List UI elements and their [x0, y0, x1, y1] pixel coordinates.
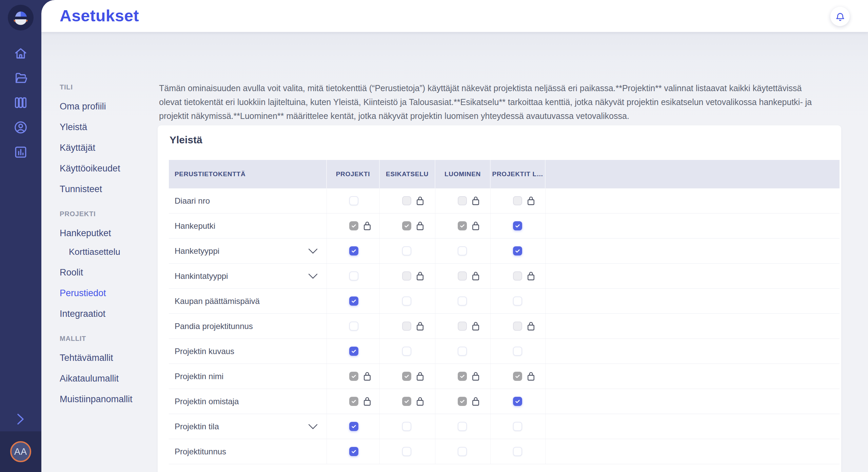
sidebar-item-tunnisteet[interactable]: Tunnisteet: [60, 184, 161, 194]
checkbox-cell: [435, 188, 491, 213]
empty-cell: [546, 188, 840, 213]
checkbox-cell: [435, 213, 491, 238]
field-label: Projektin tila: [175, 422, 219, 431]
checkbox-unchecked[interactable]: [458, 347, 467, 356]
top-bar: Asetukset: [41, 0, 868, 32]
field-label: Hankintatyyppi: [175, 271, 228, 281]
table-row-pandia-projektitunnus: Pandia projektitunnus: [169, 314, 840, 339]
checkbox-unchecked[interactable]: [458, 422, 467, 431]
settings-nav: TILI Oma profiiliYleistäKäyttäjätKäyttöo…: [60, 83, 161, 405]
checkbox-unchecked[interactable]: [513, 447, 522, 456]
users-icon[interactable]: [14, 120, 28, 135]
checkbox-checked[interactable]: [513, 246, 522, 255]
column-header-empty: [546, 160, 840, 188]
field-label: Projektin kuvaus: [175, 347, 234, 356]
projects-folder-icon[interactable]: [14, 71, 28, 85]
field-label-cell: Hanketyyppi: [169, 239, 327, 263]
sidebar-item-yleist-[interactable]: Yleistä: [60, 122, 161, 132]
checkbox-unchecked-locked: [513, 271, 522, 281]
chevron-down-icon[interactable]: [308, 424, 318, 429]
checkbox-unchecked[interactable]: [458, 296, 467, 306]
lock-icon: [472, 271, 480, 281]
nav-section-label-tili: TILI: [60, 83, 161, 91]
checkbox-checked[interactable]: [349, 422, 358, 431]
app-logo[interactable]: [8, 5, 34, 30]
empty-cell: [546, 213, 840, 238]
sidebar-item-k-ytt-oikeudet[interactable]: Käyttöoikeudet: [60, 163, 161, 174]
checkbox-unchecked[interactable]: [402, 246, 411, 255]
field-label: Projektitunnus: [175, 447, 226, 456]
lock-icon: [472, 221, 480, 231]
checkbox-checked-locked: [458, 372, 467, 381]
checkbox-unchecked[interactable]: [349, 322, 358, 331]
kanban-board-icon[interactable]: [14, 96, 28, 110]
sidebar-item-korttiasettelu[interactable]: Korttiasettelu: [69, 247, 161, 257]
lock-icon: [472, 396, 480, 406]
sidebar-item-integraatiot[interactable]: Integraatiot: [60, 309, 161, 319]
checkbox-unchecked[interactable]: [513, 296, 522, 306]
lock-icon: [416, 196, 424, 206]
lock-icon: [527, 271, 535, 281]
reports-chart-icon[interactable]: [14, 145, 28, 159]
checkbox-checked[interactable]: [513, 397, 522, 406]
checkbox-unchecked[interactable]: [402, 296, 411, 306]
settings-card: Yleistä PERUSTIETOKENTTÄPROJEKTIESIKATSE…: [158, 125, 841, 472]
lock-icon: [416, 371, 424, 381]
nav-section: PROJEKTI HankeputketKorttiasetteluRoolit…: [60, 210, 161, 319]
table-row-diaari-nro: Diaari nro: [169, 188, 840, 213]
checkbox-cell: [327, 389, 380, 414]
checkbox-cell: [491, 188, 546, 213]
checkbox-unchecked[interactable]: [458, 447, 467, 456]
checkbox-cell: [435, 314, 491, 338]
checkbox-unchecked[interactable]: [402, 447, 411, 456]
checkbox-checked[interactable]: [349, 347, 358, 356]
sidebar-item-oma-profiili[interactable]: Oma profiili: [60, 101, 161, 112]
checkbox-unchecked[interactable]: [458, 246, 467, 255]
check-icon: [404, 398, 410, 404]
checkbox-unchecked[interactable]: [349, 271, 358, 281]
lock-icon: [527, 371, 535, 381]
checkbox-checked[interactable]: [349, 246, 358, 255]
lock-icon: [363, 221, 371, 231]
checkbox-unchecked[interactable]: [513, 347, 522, 356]
chevron-down-icon[interactable]: [308, 248, 318, 254]
sidebar-item-k-ytt-j-t[interactable]: Käyttäjät: [60, 143, 161, 153]
checkbox-unchecked[interactable]: [402, 347, 411, 356]
nav-section: TILI Oma profiiliYleistäKäyttäjätKäyttöo…: [60, 83, 161, 194]
sidebar-item-perustiedot[interactable]: Perustiedot: [60, 288, 161, 299]
sidebar-item-hankeputket[interactable]: Hankeputket: [60, 228, 161, 239]
avatar[interactable]: AA: [10, 441, 31, 462]
lock-icon: [416, 271, 424, 281]
checkbox-unchecked[interactable]: [349, 196, 358, 205]
sidebar-item-aikataulumallit[interactable]: Aikataulumallit: [60, 373, 161, 384]
table-row-projektin-kuvaus: Projektin kuvaus: [169, 339, 840, 364]
chevron-right-icon: [16, 413, 25, 425]
expand-sidebar-button[interactable]: [0, 413, 41, 425]
sidebar-item-roolit[interactable]: Roolit: [60, 267, 161, 278]
checkbox-cell: [327, 188, 380, 213]
notifications-button[interactable]: [830, 7, 850, 26]
checkbox-checked[interactable]: [349, 296, 358, 306]
page-title: Asetukset: [41, 0, 868, 32]
sidebar-item-muistiinpanomallit[interactable]: Muistiinpanomallit: [60, 394, 161, 405]
checkbox-cell: [327, 314, 380, 338]
home-icon[interactable]: [14, 46, 28, 60]
check-icon: [404, 373, 410, 379]
sidebar-item-teht-v-mallit[interactable]: Tehtävämallit: [60, 353, 161, 363]
chevron-down-icon[interactable]: [308, 273, 318, 279]
checkbox-unchecked[interactable]: [402, 422, 411, 431]
checkbox-unchecked-locked: [402, 271, 411, 281]
checkbox-cell: [435, 414, 491, 439]
column-header-projekti: PROJEKTI: [327, 160, 380, 188]
checkbox-checked[interactable]: [513, 221, 522, 230]
table-body: Diaari nro Hankeputki Hanketyyppi Hankin…: [169, 188, 840, 464]
checkbox-checked[interactable]: [349, 447, 358, 456]
lock-icon: [363, 371, 371, 381]
checkbox-unchecked[interactable]: [513, 422, 522, 431]
checkbox-cell: [435, 239, 491, 263]
checkbox-cell: [327, 364, 380, 389]
rail-icon-menu: [14, 46, 28, 159]
check-icon: [515, 398, 520, 404]
empty-cell: [546, 314, 840, 338]
checkbox-cell: [435, 264, 491, 288]
